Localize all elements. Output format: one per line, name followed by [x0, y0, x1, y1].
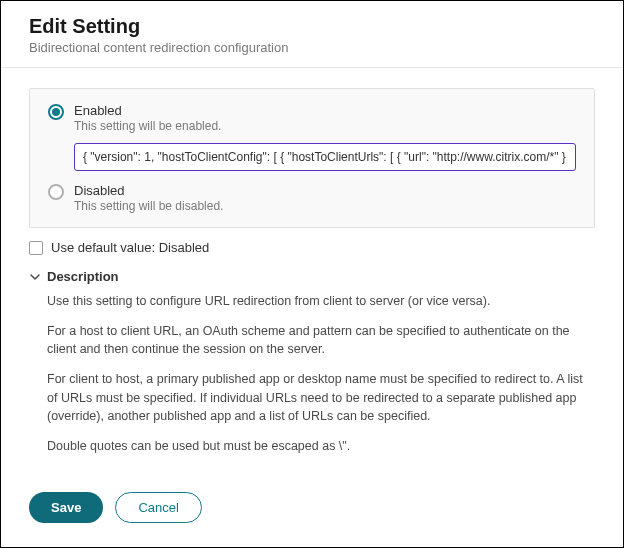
radio-option-enabled[interactable]: Enabled This setting will be enabled.: [48, 103, 576, 133]
radio-label: Enabled: [74, 103, 221, 118]
description-paragraph: Double quotes can be used but must be es…: [47, 437, 595, 455]
radio-icon: [48, 104, 64, 120]
chevron-down-icon: [29, 271, 41, 283]
radio-desc: This setting will be disabled.: [74, 199, 223, 213]
description-paragraph: Use this setting to configure URL redire…: [47, 292, 595, 310]
radio-desc: This setting will be enabled.: [74, 119, 221, 133]
dialog-title: Edit Setting: [29, 15, 595, 38]
dialog-header: Edit Setting Bidirectional content redir…: [1, 1, 623, 68]
config-value-input[interactable]: [74, 143, 576, 171]
description-paragraph: For a host to client URL, an OAuth schem…: [47, 322, 595, 358]
dialog-subtitle: Bidirectional content redirection config…: [29, 40, 595, 55]
description-body: Use this setting to configure URL redire…: [29, 292, 595, 455]
radio-icon: [48, 184, 64, 200]
description-paragraph: For client to host, a primary published …: [47, 370, 595, 424]
radio-label: Disabled: [74, 183, 223, 198]
use-default-checkbox-row[interactable]: Use default value: Disabled: [29, 240, 595, 255]
use-default-label: Use default value: Disabled: [51, 240, 209, 255]
dialog-footer: Save Cancel: [1, 478, 623, 537]
description-toggle[interactable]: Description: [29, 269, 595, 284]
dialog-content: Enabled This setting will be enabled. Di…: [1, 68, 623, 478]
save-button[interactable]: Save: [29, 492, 103, 523]
checkbox-icon: [29, 241, 43, 255]
setting-options-box: Enabled This setting will be enabled. Di…: [29, 88, 595, 228]
cancel-button[interactable]: Cancel: [115, 492, 201, 523]
radio-option-disabled[interactable]: Disabled This setting will be disabled.: [48, 183, 576, 213]
description-heading: Description: [47, 269, 119, 284]
